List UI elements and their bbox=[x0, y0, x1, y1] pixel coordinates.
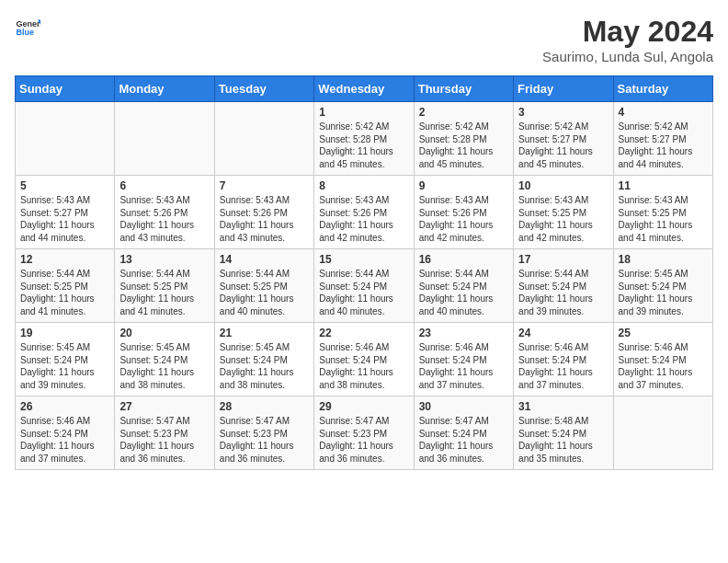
calendar-cell: 27Sunrise: 5:47 AM Sunset: 5:23 PM Dayli… bbox=[115, 396, 214, 470]
calendar-cell: 10Sunrise: 5:43 AM Sunset: 5:25 PM Dayli… bbox=[514, 176, 613, 249]
day-info: Sunrise: 5:45 AM Sunset: 5:24 PM Dayligh… bbox=[119, 341, 209, 391]
calendar-cell: 1Sunrise: 5:42 AM Sunset: 5:28 PM Daylig… bbox=[314, 102, 414, 176]
day-number: 2 bbox=[419, 106, 508, 119]
week-row-1: 5Sunrise: 5:43 AM Sunset: 5:27 PM Daylig… bbox=[16, 176, 713, 249]
weekday-header-monday: Monday bbox=[115, 76, 214, 102]
day-number: 16 bbox=[419, 253, 508, 266]
day-info: Sunrise: 5:48 AM Sunset: 5:24 PM Dayligh… bbox=[518, 415, 608, 465]
day-info: Sunrise: 5:43 AM Sunset: 5:26 PM Dayligh… bbox=[319, 194, 408, 244]
calendar-cell: 13Sunrise: 5:44 AM Sunset: 5:25 PM Dayli… bbox=[115, 249, 214, 323]
calendar-cell bbox=[613, 396, 712, 470]
day-number: 23 bbox=[419, 327, 508, 339]
week-row-3: 19Sunrise: 5:45 AM Sunset: 5:24 PM Dayli… bbox=[16, 323, 713, 396]
day-number: 21 bbox=[220, 327, 309, 339]
day-info: Sunrise: 5:46 AM Sunset: 5:24 PM Dayligh… bbox=[419, 341, 508, 391]
day-number: 15 bbox=[319, 253, 408, 266]
day-number: 29 bbox=[319, 400, 408, 413]
day-number: 27 bbox=[119, 400, 209, 413]
week-row-0: 1Sunrise: 5:42 AM Sunset: 5:28 PM Daylig… bbox=[16, 102, 713, 176]
calendar-cell: 30Sunrise: 5:47 AM Sunset: 5:24 PM Dayli… bbox=[414, 396, 513, 470]
weekday-header-thursday: Thursday bbox=[414, 76, 513, 102]
day-number: 19 bbox=[20, 327, 109, 339]
calendar-cell bbox=[16, 102, 115, 176]
day-number: 11 bbox=[619, 179, 708, 192]
header: General Blue May 2024 Saurimo, Lunda Sul… bbox=[15, 15, 713, 64]
calendar-cell: 25Sunrise: 5:46 AM Sunset: 5:24 PM Dayli… bbox=[613, 323, 712, 396]
day-number: 8 bbox=[319, 179, 408, 192]
weekday-header-row: SundayMondayTuesdayWednesdayThursdayFrid… bbox=[16, 76, 713, 102]
calendar-cell: 26Sunrise: 5:46 AM Sunset: 5:24 PM Dayli… bbox=[16, 396, 115, 470]
calendar-cell: 19Sunrise: 5:45 AM Sunset: 5:24 PM Dayli… bbox=[16, 323, 115, 396]
day-number: 14 bbox=[220, 253, 309, 266]
weekday-header-wednesday: Wednesday bbox=[314, 76, 414, 102]
day-number: 30 bbox=[419, 400, 508, 413]
day-number: 26 bbox=[20, 400, 109, 413]
day-info: Sunrise: 5:43 AM Sunset: 5:27 PM Dayligh… bbox=[20, 194, 109, 244]
week-row-2: 12Sunrise: 5:44 AM Sunset: 5:25 PM Dayli… bbox=[16, 249, 713, 323]
day-info: Sunrise: 5:46 AM Sunset: 5:24 PM Dayligh… bbox=[619, 341, 708, 391]
calendar-cell bbox=[115, 102, 214, 176]
calendar-cell: 17Sunrise: 5:44 AM Sunset: 5:24 PM Dayli… bbox=[514, 249, 613, 323]
title-area: May 2024 Saurimo, Lunda Sul, Angola bbox=[542, 15, 713, 64]
calendar-cell: 23Sunrise: 5:46 AM Sunset: 5:24 PM Dayli… bbox=[414, 323, 513, 396]
calendar-cell: 3Sunrise: 5:42 AM Sunset: 5:27 PM Daylig… bbox=[514, 102, 613, 176]
day-number: 28 bbox=[220, 400, 309, 413]
day-number: 3 bbox=[518, 106, 608, 119]
day-info: Sunrise: 5:42 AM Sunset: 5:27 PM Dayligh… bbox=[518, 121, 608, 170]
calendar-cell: 2Sunrise: 5:42 AM Sunset: 5:28 PM Daylig… bbox=[414, 102, 513, 176]
calendar-cell: 15Sunrise: 5:44 AM Sunset: 5:24 PM Dayli… bbox=[314, 249, 414, 323]
day-number: 9 bbox=[419, 179, 508, 192]
weekday-header-saturday: Saturday bbox=[613, 76, 712, 102]
day-info: Sunrise: 5:42 AM Sunset: 5:27 PM Dayligh… bbox=[619, 121, 708, 170]
day-info: Sunrise: 5:43 AM Sunset: 5:25 PM Dayligh… bbox=[619, 194, 708, 244]
day-info: Sunrise: 5:43 AM Sunset: 5:26 PM Dayligh… bbox=[419, 194, 508, 244]
week-row-4: 26Sunrise: 5:46 AM Sunset: 5:24 PM Dayli… bbox=[16, 396, 713, 470]
day-info: Sunrise: 5:47 AM Sunset: 5:24 PM Dayligh… bbox=[419, 415, 508, 465]
day-info: Sunrise: 5:47 AM Sunset: 5:23 PM Dayligh… bbox=[220, 415, 309, 465]
calendar-cell: 5Sunrise: 5:43 AM Sunset: 5:27 PM Daylig… bbox=[16, 176, 115, 249]
day-info: Sunrise: 5:45 AM Sunset: 5:24 PM Dayligh… bbox=[619, 268, 708, 317]
day-number: 7 bbox=[220, 179, 309, 192]
calendar-cell: 31Sunrise: 5:48 AM Sunset: 5:24 PM Dayli… bbox=[514, 396, 613, 470]
day-number: 6 bbox=[119, 179, 209, 192]
calendar-cell: 11Sunrise: 5:43 AM Sunset: 5:25 PM Dayli… bbox=[613, 176, 712, 249]
day-info: Sunrise: 5:44 AM Sunset: 5:24 PM Dayligh… bbox=[419, 268, 508, 317]
day-number: 20 bbox=[119, 327, 209, 339]
day-info: Sunrise: 5:43 AM Sunset: 5:26 PM Dayligh… bbox=[119, 194, 209, 244]
calendar-cell: 9Sunrise: 5:43 AM Sunset: 5:26 PM Daylig… bbox=[414, 176, 513, 249]
calendar-cell bbox=[214, 102, 313, 176]
day-number: 17 bbox=[518, 253, 608, 266]
day-number: 25 bbox=[619, 327, 708, 339]
calendar-cell: 18Sunrise: 5:45 AM Sunset: 5:24 PM Dayli… bbox=[613, 249, 712, 323]
calendar-cell: 12Sunrise: 5:44 AM Sunset: 5:25 PM Dayli… bbox=[16, 249, 115, 323]
day-info: Sunrise: 5:42 AM Sunset: 5:28 PM Dayligh… bbox=[419, 121, 508, 170]
logo-icon: General Blue bbox=[15, 15, 40, 40]
location-title: Saurimo, Lunda Sul, Angola bbox=[542, 49, 713, 64]
day-number: 10 bbox=[518, 179, 608, 192]
day-number: 22 bbox=[319, 327, 408, 339]
day-info: Sunrise: 5:45 AM Sunset: 5:24 PM Dayligh… bbox=[220, 341, 309, 391]
day-number: 24 bbox=[518, 327, 608, 339]
svg-text:Blue: Blue bbox=[16, 28, 34, 37]
day-info: Sunrise: 5:44 AM Sunset: 5:24 PM Dayligh… bbox=[518, 268, 608, 317]
calendar-cell: 29Sunrise: 5:47 AM Sunset: 5:23 PM Dayli… bbox=[314, 396, 414, 470]
weekday-header-sunday: Sunday bbox=[16, 76, 115, 102]
month-title: May 2024 bbox=[542, 15, 713, 49]
calendar-cell: 7Sunrise: 5:43 AM Sunset: 5:26 PM Daylig… bbox=[214, 176, 313, 249]
day-number: 31 bbox=[518, 400, 608, 413]
weekday-header-tuesday: Tuesday bbox=[214, 76, 313, 102]
calendar-cell: 24Sunrise: 5:46 AM Sunset: 5:24 PM Dayli… bbox=[514, 323, 613, 396]
day-info: Sunrise: 5:46 AM Sunset: 5:24 PM Dayligh… bbox=[518, 341, 608, 391]
logo: General Blue bbox=[15, 15, 40, 40]
day-info: Sunrise: 5:44 AM Sunset: 5:25 PM Dayligh… bbox=[20, 268, 109, 317]
day-info: Sunrise: 5:47 AM Sunset: 5:23 PM Dayligh… bbox=[319, 415, 408, 465]
calendar-cell: 28Sunrise: 5:47 AM Sunset: 5:23 PM Dayli… bbox=[214, 396, 313, 470]
day-info: Sunrise: 5:46 AM Sunset: 5:24 PM Dayligh… bbox=[319, 341, 408, 391]
day-info: Sunrise: 5:45 AM Sunset: 5:24 PM Dayligh… bbox=[20, 341, 109, 391]
day-number: 4 bbox=[619, 106, 708, 119]
day-info: Sunrise: 5:44 AM Sunset: 5:25 PM Dayligh… bbox=[220, 268, 309, 317]
day-number: 5 bbox=[20, 179, 109, 192]
calendar-cell: 8Sunrise: 5:43 AM Sunset: 5:26 PM Daylig… bbox=[314, 176, 414, 249]
day-number: 1 bbox=[319, 106, 408, 119]
day-number: 13 bbox=[119, 253, 209, 266]
